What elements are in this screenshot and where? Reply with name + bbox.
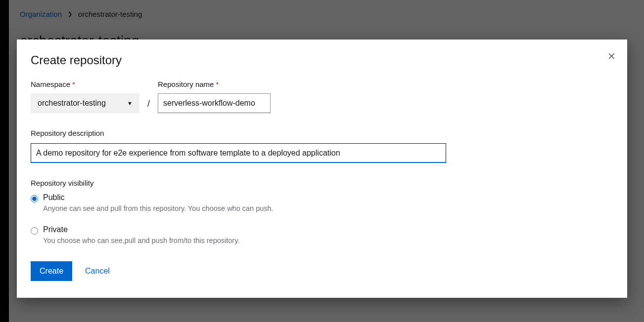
close-icon: ✕ bbox=[607, 51, 616, 62]
visibility-private-help: You choose who can see,pull and push fro… bbox=[43, 237, 613, 244]
path-separator: / bbox=[147, 99, 150, 113]
modal-title: Create repository bbox=[31, 53, 613, 67]
namespace-select[interactable]: orchestrator-testing ▼ bbox=[31, 93, 139, 113]
create-repository-modal: ✕ Create repository Namespace* orchestra… bbox=[17, 40, 627, 298]
visibility-public-help: Anyone can see and pull from this reposi… bbox=[43, 204, 613, 212]
repo-description-input[interactable] bbox=[31, 143, 446, 163]
visibility-private-label[interactable]: Private bbox=[43, 225, 68, 234]
namespace-select-value: orchestrator-testing bbox=[38, 99, 106, 108]
repo-description-label: Repository description bbox=[31, 129, 613, 137]
modal-overlay: ✕ Create repository Namespace* orchestra… bbox=[0, 0, 644, 322]
namespace-label: Namespace* bbox=[31, 80, 139, 88]
caret-down-icon: ▼ bbox=[127, 100, 133, 106]
visibility-private-radio[interactable] bbox=[31, 227, 38, 235]
repo-name-label: Repository name* bbox=[158, 80, 271, 88]
visibility-public-label[interactable]: Public bbox=[43, 193, 65, 202]
repo-visibility-label: Repository visibility bbox=[31, 179, 613, 187]
create-button[interactable]: Create bbox=[31, 261, 72, 281]
repo-name-input[interactable] bbox=[158, 93, 271, 113]
close-button[interactable]: ✕ bbox=[604, 49, 618, 63]
visibility-public-radio[interactable] bbox=[31, 195, 38, 202]
cancel-button[interactable]: Cancel bbox=[85, 267, 110, 276]
